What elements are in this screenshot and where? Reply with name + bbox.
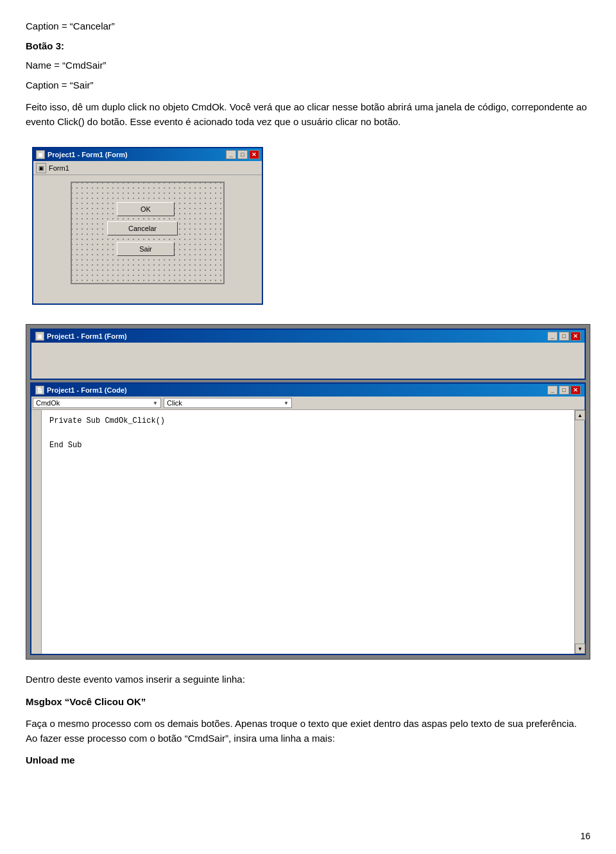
inner-event-text: Dentro deste evento vamos inserir a segu… — [26, 672, 590, 687]
vb-form-titlebar: ▣ Project1 - Form1 (Form) _ □ ✕ — [31, 330, 585, 343]
botao3-caption: Caption = “Sair” — [26, 78, 590, 93]
maximize-btn[interactable]: □ — [237, 150, 248, 159]
toolbar-icon: ▣ — [36, 163, 46, 173]
code-left-bar — [31, 410, 42, 654]
minimize-btn[interactable]: _ — [226, 150, 236, 159]
caption-cancelar-line: Caption = “Cancelar” — [26, 19, 590, 34]
btn-ok[interactable]: OK — [117, 202, 175, 216]
vb-code-titlebar: 📄 Project1 - Form1 (Code) _ □ ✕ — [31, 384, 585, 397]
form-minimize-btn[interactable]: _ — [547, 332, 558, 341]
vb-ide-outer: ▣ Project1 - Form1 (Form) _ □ ✕ 📄 Projec… — [26, 324, 590, 660]
small-title-text: Project1 - Form1 (Form) — [47, 151, 128, 158]
form-title-icon: ▣ — [35, 332, 44, 341]
code-close-btn[interactable]: ✕ — [570, 386, 581, 395]
object-dropdown-value: CmdOk — [36, 399, 60, 407]
code-title-left: 📄 Project1 - Form1 (Code) — [35, 386, 127, 395]
scrollbar-track — [575, 420, 585, 644]
object-dropdown[interactable]: CmdOk ▼ — [33, 398, 161, 408]
unload-label: Unload me — [26, 753, 590, 768]
form-win-controls: _ □ ✕ — [547, 332, 581, 341]
code-minimize-btn[interactable]: _ — [547, 386, 558, 395]
code-title-icon: 📄 — [35, 386, 44, 395]
small-form-screenshot: ▣ Project1 - Form1 (Form) _ □ ✕ ▣ Form1 … — [32, 147, 263, 305]
form-maximize-btn[interactable]: □ — [559, 332, 569, 341]
caption-equals: = “Cancelar” — [62, 21, 115, 31]
small-toolbar-title: Form1 — [49, 164, 69, 172]
close-btn[interactable]: ✕ — [249, 150, 259, 159]
event-dropdown-value: Click — [167, 399, 182, 407]
code-win-controls: _ □ ✕ — [547, 386, 581, 395]
form-close-btn[interactable]: ✕ — [570, 332, 581, 341]
small-titlebar: ▣ Project1 - Form1 (Form) _ □ ✕ — [33, 148, 262, 161]
content-area: Caption = “Cancelar” Botão 3: Name = “Cm… — [26, 13, 590, 768]
btn-sair[interactable]: Sair — [117, 242, 175, 256]
vb-form-window: ▣ Project1 - Form1 (Form) _ □ ✕ — [30, 329, 586, 380]
code-text-area[interactable]: Private Sub CmdOk_Click() End Sub — [42, 410, 574, 654]
small-title-left: ▣ Project1 - Form1 (Form) — [36, 150, 128, 159]
code-line-1: Private Sub CmdOk_Click() — [49, 415, 567, 427]
form-title-left: ▣ Project1 - Form1 (Form) — [35, 332, 127, 341]
event-dropdown-arrow: ▼ — [284, 400, 289, 406]
botao3-name: Name = “CmdSair” — [26, 58, 590, 73]
form-design-area: OK Cancelar Sair — [33, 175, 262, 303]
code-line-3: End Sub — [49, 440, 567, 452]
faca-text: Faça o mesmo processo com os demais botõ… — [26, 717, 590, 746]
caption-label: Caption — [26, 21, 59, 31]
code-maximize-btn[interactable]: □ — [559, 386, 569, 395]
vb-ide-container: ▣ Project1 - Form1 (Form) _ □ ✕ 📄 Projec… — [26, 324, 590, 660]
small-win-controls: _ □ ✕ — [226, 150, 259, 159]
vb-code-window: 📄 Project1 - Form1 (Code) _ □ ✕ CmdOk ▼ — [30, 382, 586, 655]
small-toolbar: ▣ Form1 — [33, 161, 262, 175]
form-icon: ▣ — [36, 150, 45, 159]
botao3-heading: Botão 3: — [26, 39, 590, 54]
object-dropdown-arrow: ▼ — [153, 400, 158, 406]
form-title-text: Project1 - Form1 (Form) — [47, 332, 127, 340]
page-number: 16 — [580, 831, 590, 841]
inner-form: OK Cancelar Sair — [71, 182, 225, 284]
code-content-area: Private Sub CmdOk_Click() End Sub ▲ ▼ — [31, 410, 585, 654]
code-scrollbar[interactable]: ▲ ▼ — [574, 410, 585, 654]
scroll-up-btn[interactable]: ▲ — [575, 410, 585, 420]
vb-small-window: ▣ Project1 - Form1 (Form) _ □ ✕ ▣ Form1 … — [32, 147, 263, 305]
code-toolbar: CmdOk ▼ Click ▼ — [31, 397, 585, 410]
msgbox-line: Msgbox “Você Clicou OK” — [26, 695, 590, 710]
code-line-2 — [49, 427, 567, 440]
code-title-text: Project1 - Form1 (Code) — [47, 386, 127, 394]
event-dropdown[interactable]: Click ▼ — [164, 398, 292, 408]
btn-cancelar[interactable]: Cancelar — [107, 221, 178, 235]
scroll-down-btn[interactable]: ▼ — [575, 644, 585, 654]
botao3-instruction: Feito isso, dê um duplo click no objeto … — [26, 100, 590, 129]
